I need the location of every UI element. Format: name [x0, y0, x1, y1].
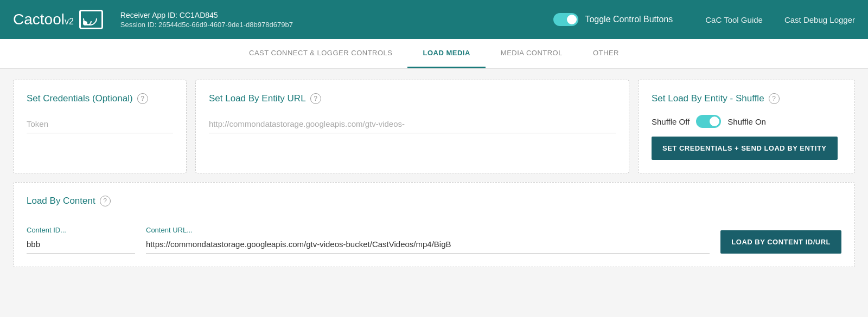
token-input[interactable] — [27, 115, 173, 133]
content-url-label: Content URL... — [146, 226, 710, 234]
credentials-title: Set Credentials (Optional) ? — [27, 93, 173, 104]
receiver-id: Receiver App ID: CC1AD845 — [120, 11, 554, 20]
shuffle-help-icon[interactable]: ? — [769, 93, 780, 104]
content-id-label: Content ID... — [27, 226, 135, 234]
toggle-switch[interactable] — [553, 13, 578, 26]
content-url-group: Content URL... https://commondatastorage… — [146, 226, 710, 254]
shuffle-toggle-row: Shuffle Off Shuffle On — [652, 115, 841, 128]
content-url-value[interactable]: https://commondatastorage.googleapis.com… — [146, 236, 710, 254]
content-id-group: Content ID... bbb — [27, 226, 135, 254]
send-load-by-entity-button[interactable]: SET CREDENTIALS + SEND LOAD BY ENTITY — [652, 137, 838, 160]
content-fields-row: Content ID... bbb Content URL... https:/… — [27, 226, 841, 254]
entity-url-help-icon[interactable]: ? — [310, 93, 321, 104]
tab-load-media[interactable]: LOAD MEDIA — [407, 39, 485, 68]
card-shuffle: Set Load By Entity - Shuffle ? Shuffle O… — [638, 80, 855, 173]
session-id: Session ID: 26544d5c-66d9-4607-9de1-d8b9… — [120, 21, 554, 29]
shuffle-title: Set Load By Entity - Shuffle ? — [652, 93, 841, 104]
card-load-content: Load By Content ? Content ID... bbb Cont… — [13, 182, 855, 267]
toggle-control-buttons[interactable]: Toggle Control Buttons — [553, 13, 673, 26]
card-entity-url: Set Load By Entity URL ? — [195, 80, 629, 173]
card-row-top: Set Credentials (Optional) ? Set Load By… — [13, 80, 855, 173]
entity-url-title: Set Load By Entity URL ? — [209, 93, 616, 104]
header-nav: CaC Tool Guide Cast Debug Logger — [705, 15, 855, 24]
nav-guide-link[interactable]: CaC Tool Guide — [705, 15, 763, 24]
shuffle-on-label: Shuffle On — [727, 117, 766, 126]
credentials-help-icon[interactable]: ? — [137, 93, 148, 104]
main-content: Set Credentials (Optional) ? Set Load By… — [0, 69, 868, 278]
load-content-help-icon[interactable]: ? — [100, 196, 111, 206]
tab-media-control[interactable]: MEDIA CONTROL — [486, 39, 578, 68]
toggle-label: Toggle Control Buttons — [585, 15, 673, 24]
cast-icon — [79, 10, 103, 29]
tabs-bar: CAST CONNECT & LOGGER CONTROLS LOAD MEDI… — [0, 39, 868, 69]
shuffle-off-label: Shuffle Off — [652, 117, 690, 126]
load-content-button[interactable]: LOAD BY CONTENT ID/URL — [720, 230, 841, 254]
entity-url-input[interactable] — [209, 115, 616, 133]
nav-logger-link[interactable]: Cast Debug Logger — [784, 15, 855, 24]
shuffle-toggle[interactable] — [696, 115, 721, 128]
tab-cast-connect[interactable]: CAST CONNECT & LOGGER CONTROLS — [234, 39, 407, 68]
card-credentials: Set Credentials (Optional) ? — [13, 80, 187, 173]
load-content-title: Load By Content ? — [27, 196, 841, 206]
content-id-value[interactable]: bbb — [27, 236, 135, 254]
logo: Cactoolv2 — [13, 10, 103, 29]
logo-text: Cactoolv2 — [13, 11, 74, 28]
tab-other[interactable]: OTHER — [578, 39, 634, 68]
header-info: Receiver App ID: CC1AD845 Session ID: 26… — [120, 11, 554, 29]
app-header: Cactoolv2 Receiver App ID: CC1AD845 Sess… — [0, 0, 868, 39]
